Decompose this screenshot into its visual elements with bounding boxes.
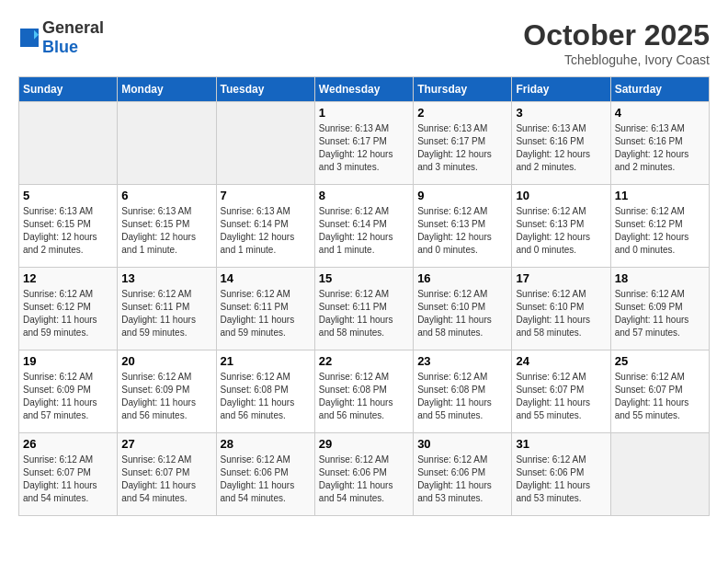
calendar-cell: 18Sunrise: 6:12 AMSunset: 6:09 PMDayligh… [610,268,709,350]
month-title: October 2025 [523,18,710,52]
day-info: Sunrise: 6:13 AMSunset: 6:17 PMDaylight:… [417,122,507,174]
day-info: Sunrise: 6:12 AMSunset: 6:06 PMDaylight:… [221,454,311,505]
day-number: 23 [417,354,507,368]
day-number: 12 [23,271,113,285]
day-number: 7 [221,189,311,202]
calendar-cell: 31Sunrise: 6:12 AMSunset: 6:06 PMDayligh… [512,433,610,516]
calendar-cell: 10Sunrise: 6:12 AMSunset: 6:13 PMDayligh… [512,185,610,268]
calendar-cell: 3Sunrise: 6:13 AMSunset: 6:16 PMDaylight… [512,102,610,185]
day-number: 26 [23,437,113,451]
day-info: Sunrise: 6:12 AMSunset: 6:06 PMDaylight:… [516,454,606,505]
calendar-cell: 4Sunrise: 6:13 AMSunset: 6:16 PMDaylight… [610,102,709,185]
calendar-cell: 12Sunrise: 6:12 AMSunset: 6:12 PMDayligh… [19,268,118,350]
day-number: 4 [615,106,705,120]
calendar-cell [216,102,314,185]
calendar-week-4: 19Sunrise: 6:12 AMSunset: 6:09 PMDayligh… [19,350,710,433]
day-info: Sunrise: 6:12 AMSunset: 6:13 PMDaylight:… [516,205,606,257]
calendar-cell: 30Sunrise: 6:12 AMSunset: 6:06 PMDayligh… [414,433,512,516]
day-number: 24 [516,354,606,368]
day-number: 13 [121,271,211,285]
calendar-cell: 25Sunrise: 6:12 AMSunset: 6:07 PMDayligh… [610,350,709,433]
day-number: 22 [319,354,409,368]
day-number: 17 [516,271,606,285]
svg-rect-1 [20,38,39,47]
header-day-thursday: Thursday [414,77,512,102]
calendar-cell: 17Sunrise: 6:12 AMSunset: 6:10 PMDayligh… [512,268,610,350]
calendar-cell: 21Sunrise: 6:12 AMSunset: 6:08 PMDayligh… [216,350,314,433]
calendar-cell: 2Sunrise: 6:13 AMSunset: 6:17 PMDaylight… [414,102,512,185]
header-day-saturday: Saturday [610,77,709,102]
day-info: Sunrise: 6:12 AMSunset: 6:09 PMDaylight:… [615,288,705,339]
calendar-cell: 28Sunrise: 6:12 AMSunset: 6:06 PMDayligh… [216,433,314,516]
day-info: Sunrise: 6:12 AMSunset: 6:12 PMDaylight:… [615,205,705,257]
calendar-cell: 14Sunrise: 6:12 AMSunset: 6:11 PMDayligh… [216,268,314,350]
calendar-cell: 11Sunrise: 6:12 AMSunset: 6:12 PMDayligh… [610,185,709,268]
day-info: Sunrise: 6:12 AMSunset: 6:07 PMDaylight:… [121,454,211,505]
calendar-header-row: SundayMondayTuesdayWednesdayThursdayFrid… [19,77,710,102]
day-number: 18 [615,271,705,285]
day-number: 5 [23,189,113,202]
day-info: Sunrise: 6:13 AMSunset: 6:14 PMDaylight:… [221,205,311,257]
day-info: Sunrise: 6:12 AMSunset: 6:06 PMDaylight:… [319,454,409,505]
logo: General Blue [18,18,104,57]
day-number: 25 [615,354,705,368]
day-number: 8 [319,189,409,202]
calendar-week-3: 12Sunrise: 6:12 AMSunset: 6:12 PMDayligh… [19,268,710,350]
logo-text: General Blue [42,18,104,57]
calendar-week-2: 5Sunrise: 6:13 AMSunset: 6:15 PMDaylight… [19,185,710,268]
header-day-friday: Friday [512,77,610,102]
day-info: Sunrise: 6:12 AMSunset: 6:09 PMDaylight:… [23,371,113,422]
day-info: Sunrise: 6:12 AMSunset: 6:12 PMDaylight:… [23,288,113,339]
calendar-cell [610,433,709,516]
calendar-week-5: 26Sunrise: 6:12 AMSunset: 6:07 PMDayligh… [19,433,710,516]
day-number: 29 [319,437,409,451]
header-day-tuesday: Tuesday [216,77,314,102]
day-number: 14 [221,271,311,285]
day-number: 3 [516,106,606,120]
day-info: Sunrise: 6:12 AMSunset: 6:13 PMDaylight:… [417,205,507,257]
day-info: Sunrise: 6:13 AMSunset: 6:15 PMDaylight:… [121,205,211,257]
header-day-monday: Monday [118,77,216,102]
day-number: 11 [615,189,705,202]
calendar-cell: 26Sunrise: 6:12 AMSunset: 6:07 PMDayligh… [19,433,118,516]
calendar-cell: 6Sunrise: 6:13 AMSunset: 6:15 PMDaylight… [118,185,216,268]
logo-icon [20,29,39,47]
calendar-table: SundayMondayTuesdayWednesdayThursdayFrid… [18,76,710,516]
calendar-cell: 27Sunrise: 6:12 AMSunset: 6:07 PMDayligh… [118,433,216,516]
title-area: October 2025 Tchebloguhe, Ivory Coast [523,18,710,67]
day-number: 28 [221,437,311,451]
day-info: Sunrise: 6:13 AMSunset: 6:16 PMDaylight:… [615,122,705,174]
day-info: Sunrise: 6:12 AMSunset: 6:08 PMDaylight:… [319,371,409,422]
header-day-sunday: Sunday [19,77,118,102]
day-number: 19 [23,354,113,368]
day-number: 1 [319,106,409,120]
day-info: Sunrise: 6:12 AMSunset: 6:11 PMDaylight:… [319,288,409,339]
calendar-cell: 7Sunrise: 6:13 AMSunset: 6:14 PMDaylight… [216,185,314,268]
day-number: 27 [121,437,211,451]
day-info: Sunrise: 6:12 AMSunset: 6:08 PMDaylight:… [417,371,507,422]
calendar-cell: 22Sunrise: 6:12 AMSunset: 6:08 PMDayligh… [314,350,413,433]
day-number: 30 [417,437,507,451]
day-info: Sunrise: 6:12 AMSunset: 6:07 PMDaylight:… [615,371,705,422]
day-info: Sunrise: 6:12 AMSunset: 6:07 PMDaylight:… [23,454,113,505]
day-info: Sunrise: 6:12 AMSunset: 6:08 PMDaylight:… [221,371,311,422]
calendar-week-1: 1Sunrise: 6:13 AMSunset: 6:17 PMDaylight… [19,102,710,185]
calendar-cell: 24Sunrise: 6:12 AMSunset: 6:07 PMDayligh… [512,350,610,433]
day-info: Sunrise: 6:12 AMSunset: 6:11 PMDaylight:… [121,288,211,339]
calendar-cell: 13Sunrise: 6:12 AMSunset: 6:11 PMDayligh… [118,268,216,350]
day-info: Sunrise: 6:13 AMSunset: 6:17 PMDaylight:… [319,122,409,174]
calendar-cell: 15Sunrise: 6:12 AMSunset: 6:11 PMDayligh… [314,268,413,350]
day-info: Sunrise: 6:12 AMSunset: 6:11 PMDaylight:… [221,288,311,339]
day-info: Sunrise: 6:13 AMSunset: 6:16 PMDaylight:… [516,122,606,174]
day-number: 20 [121,354,211,368]
day-info: Sunrise: 6:12 AMSunset: 6:10 PMDaylight:… [516,288,606,339]
day-info: Sunrise: 6:12 AMSunset: 6:09 PMDaylight:… [121,371,211,422]
calendar-cell: 5Sunrise: 6:13 AMSunset: 6:15 PMDaylight… [19,185,118,268]
day-info: Sunrise: 6:12 AMSunset: 6:07 PMDaylight:… [516,371,606,422]
day-number: 31 [516,437,606,451]
day-number: 9 [417,189,507,202]
calendar-cell: 8Sunrise: 6:12 AMSunset: 6:14 PMDaylight… [314,185,413,268]
location-title: Tchebloguhe, Ivory Coast [523,52,710,67]
calendar-cell: 23Sunrise: 6:12 AMSunset: 6:08 PMDayligh… [414,350,512,433]
calendar-cell: 20Sunrise: 6:12 AMSunset: 6:09 PMDayligh… [118,350,216,433]
